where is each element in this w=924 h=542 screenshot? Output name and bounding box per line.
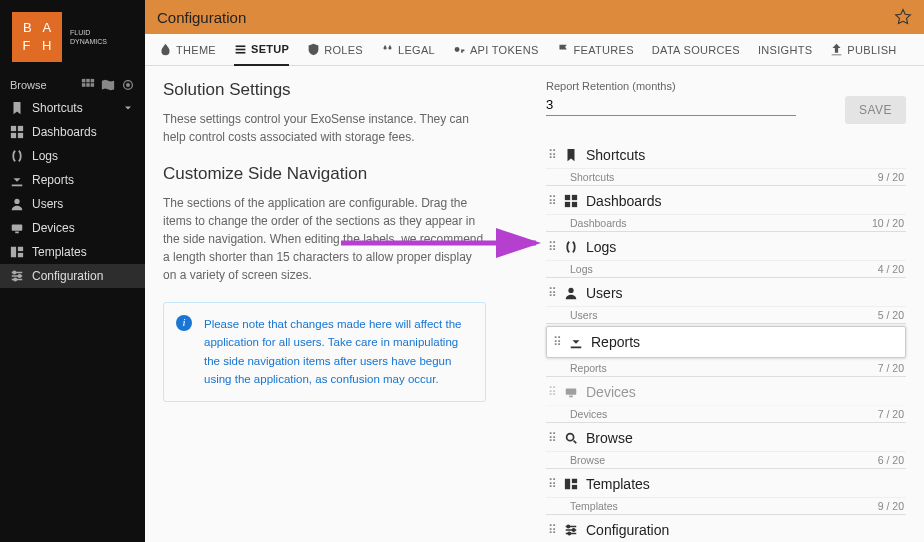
nav-config-row-reports[interactable]: ⠿Reports bbox=[546, 326, 906, 358]
config-icon bbox=[564, 523, 578, 537]
svg-rect-2 bbox=[91, 79, 95, 83]
drag-handle-icon[interactable]: ⠿ bbox=[548, 431, 556, 445]
page-title: Configuration bbox=[157, 9, 246, 26]
svg-rect-13 bbox=[12, 225, 23, 231]
retention-save-button[interactable]: SAVE bbox=[845, 96, 906, 124]
brand-logo: B A F H FLUID DYNAMICS bbox=[0, 0, 145, 74]
drag-handle-icon[interactable]: ⠿ bbox=[548, 148, 556, 162]
count-value: 4 / 20 bbox=[878, 263, 904, 275]
nav-config-list: ⠿ShortcutsShortcuts9 / 20⠿DashboardsDash… bbox=[546, 142, 906, 542]
sidebar-item-shortcuts[interactable]: Shortcuts bbox=[0, 96, 145, 120]
sidebar-item-reports[interactable]: Reports bbox=[0, 168, 145, 192]
config-icon bbox=[10, 269, 24, 283]
user-icon bbox=[10, 197, 24, 211]
svg-rect-35 bbox=[572, 485, 577, 489]
retention-label: Report Retention (months) bbox=[546, 80, 833, 92]
tab-label: DATA SOURCES bbox=[652, 44, 740, 56]
retention-input[interactable] bbox=[546, 94, 796, 116]
tab-theme[interactable]: THEME bbox=[159, 35, 216, 64]
count-value: 9 / 20 bbox=[878, 171, 904, 183]
sidebar-item-logs[interactable]: Logs bbox=[0, 144, 145, 168]
svg-rect-4 bbox=[86, 83, 90, 87]
count-value: 6 / 20 bbox=[878, 454, 904, 466]
svg-rect-31 bbox=[569, 396, 573, 398]
tab-setup[interactable]: SETUP bbox=[234, 35, 289, 66]
nav-config-count-row: Devices7 / 20 bbox=[546, 406, 906, 423]
map-icon[interactable] bbox=[101, 78, 115, 92]
svg-rect-30 bbox=[566, 389, 577, 395]
tabs: THEMESETUPROLESLEGALAPI TOKENSFEATURESDA… bbox=[145, 34, 924, 66]
svg-rect-5 bbox=[91, 83, 95, 87]
svg-rect-23 bbox=[236, 51, 246, 53]
nav-config-row-devices[interactable]: ⠿Devices bbox=[546, 379, 906, 406]
nav-config-label: Devices bbox=[586, 384, 636, 400]
tab-api-tokens[interactable]: API TOKENS bbox=[453, 35, 539, 64]
drag-handle-icon[interactable]: ⠿ bbox=[548, 523, 556, 537]
drop-icon bbox=[159, 43, 172, 56]
nav-config-label: Users bbox=[586, 285, 623, 301]
tab-label: INSIGHTS bbox=[758, 44, 812, 56]
nav-config-row-shortcuts[interactable]: ⠿Shortcuts bbox=[546, 142, 906, 169]
svg-rect-15 bbox=[11, 247, 16, 258]
svg-rect-11 bbox=[18, 133, 23, 138]
info-text: Please note that changes made here will … bbox=[204, 318, 461, 385]
browse-label: Browse bbox=[10, 79, 47, 91]
tab-legal[interactable]: LEGAL bbox=[381, 35, 435, 64]
svg-rect-0 bbox=[82, 79, 86, 83]
svg-rect-33 bbox=[565, 479, 570, 490]
logs-icon bbox=[10, 149, 24, 163]
device-icon bbox=[564, 385, 578, 399]
nav-config-count-row: Reports7 / 20 bbox=[546, 360, 906, 377]
drag-handle-icon[interactable]: ⠿ bbox=[548, 385, 556, 399]
nav-config-label: Shortcuts bbox=[586, 147, 645, 163]
sidebar-item-devices[interactable]: Devices bbox=[0, 216, 145, 240]
drag-handle-icon[interactable]: ⠿ bbox=[553, 335, 561, 349]
tab-label: PUBLISH bbox=[847, 44, 896, 56]
count-value: 10 / 20 bbox=[872, 217, 904, 229]
tab-features[interactable]: FEATURES bbox=[557, 35, 634, 64]
sidebar-item-templates[interactable]: Templates bbox=[0, 240, 145, 264]
nav-config-row-dashboards[interactable]: ⠿Dashboards bbox=[546, 188, 906, 215]
tab-roles[interactable]: ROLES bbox=[307, 35, 363, 64]
tab-label: ROLES bbox=[324, 44, 363, 56]
brand-letters-1: B A bbox=[23, 19, 55, 37]
drag-handle-icon[interactable]: ⠿ bbox=[548, 194, 556, 208]
count-value: 9 / 20 bbox=[878, 500, 904, 512]
nav-config-row-templates[interactable]: ⠿Templates bbox=[546, 471, 906, 498]
nav-config-count-row: Users5 / 20 bbox=[546, 307, 906, 324]
customize-nav-desc: The sections of the application are conf… bbox=[163, 194, 486, 284]
dashboard-icon bbox=[564, 194, 578, 208]
drag-handle-icon[interactable]: ⠿ bbox=[548, 477, 556, 491]
target-icon[interactable] bbox=[121, 78, 135, 92]
grid-icon[interactable] bbox=[81, 78, 95, 92]
nav-config-label: Dashboards bbox=[586, 193, 662, 209]
svg-rect-34 bbox=[572, 479, 577, 483]
sidebar: B A F H FLUID DYNAMICS Browse ShortcutsD… bbox=[0, 0, 145, 542]
drag-handle-icon[interactable]: ⠿ bbox=[548, 240, 556, 254]
tab-label: API TOKENS bbox=[470, 44, 539, 56]
nav-config-row-browse[interactable]: ⠿Browse bbox=[546, 425, 906, 452]
drag-handle-icon[interactable]: ⠿ bbox=[548, 286, 556, 300]
key-icon bbox=[453, 43, 466, 56]
tab-label: LEGAL bbox=[398, 44, 435, 56]
user-icon bbox=[564, 286, 578, 300]
nav-config-label: Browse bbox=[586, 430, 633, 446]
sidebar-item-configuration[interactable]: Configuration bbox=[0, 264, 145, 288]
nav-config-row-users[interactable]: ⠿Users bbox=[546, 280, 906, 307]
tab-publish[interactable]: PUBLISH bbox=[830, 35, 896, 64]
nav-config-row-configuration[interactable]: ⠿Configuration bbox=[546, 517, 906, 542]
svg-rect-22 bbox=[236, 48, 246, 50]
tab-insights[interactable]: INSIGHTS bbox=[758, 36, 812, 64]
sidebar-item-dashboards[interactable]: Dashboards bbox=[0, 120, 145, 144]
nav-config-count-row: Browse6 / 20 bbox=[546, 452, 906, 469]
sidebar-item-users[interactable]: Users bbox=[0, 192, 145, 216]
favorite-star-icon[interactable] bbox=[894, 8, 912, 26]
nav-config-row-logs[interactable]: ⠿Logs bbox=[546, 234, 906, 261]
logs-icon bbox=[564, 240, 578, 254]
svg-rect-25 bbox=[565, 195, 570, 200]
count-label: Browse bbox=[570, 454, 605, 466]
tab-data-sources[interactable]: DATA SOURCES bbox=[652, 36, 740, 64]
info-callout: i Please note that changes made here wil… bbox=[163, 302, 486, 402]
count-label: Shortcuts bbox=[570, 171, 614, 183]
svg-point-38 bbox=[568, 532, 571, 535]
